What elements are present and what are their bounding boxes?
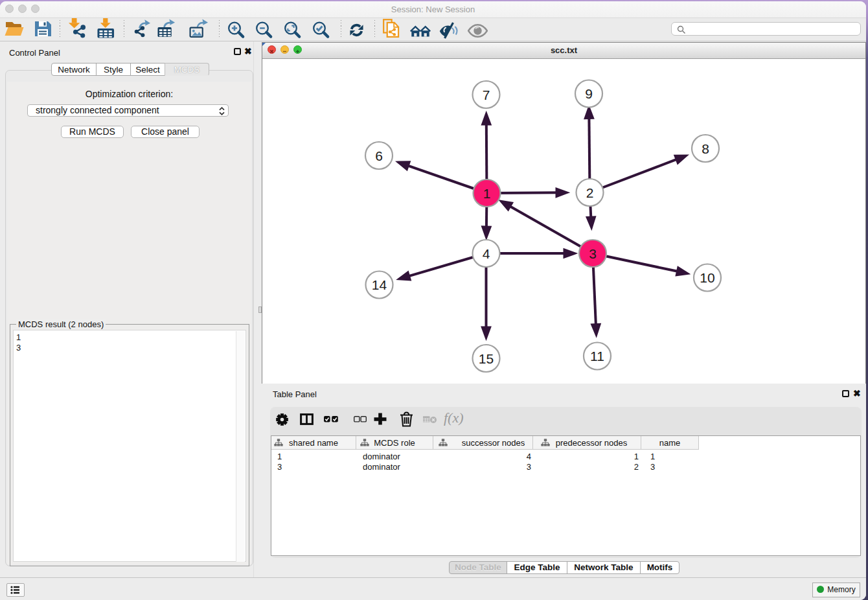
svg-text:4: 4	[483, 246, 490, 261]
svg-text:6: 6	[375, 148, 383, 163]
svg-text:7: 7	[483, 87, 490, 102]
svg-text:9: 9	[585, 86, 593, 101]
svg-text:2: 2	[586, 185, 594, 200]
svg-text:15: 15	[479, 351, 494, 366]
svg-text:11: 11	[590, 349, 604, 363]
svg-text:14: 14	[372, 277, 387, 292]
svg-text:1: 1	[483, 186, 491, 201]
svg-text:8: 8	[702, 141, 709, 156]
svg-text:3: 3	[589, 246, 597, 261]
svg-text:10: 10	[700, 270, 714, 285]
